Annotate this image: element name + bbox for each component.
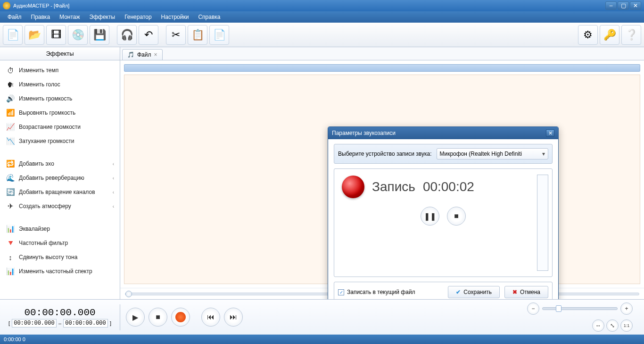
effect-item[interactable]: 🔻Частотный фильтр (4, 236, 116, 250)
settings-button[interactable]: ⚙ (578, 25, 598, 45)
minimize-button[interactable]: – (605, 1, 617, 10)
tab-close-icon[interactable]: × (154, 51, 157, 58)
zoom-slider[interactable] (542, 307, 618, 310)
menu-settings[interactable]: Настройки (157, 12, 194, 22)
status-text: 0:00:00 0 (4, 336, 25, 342)
toolbar: 📄 📂 🎞 💿 💾 🎧 ↶ ✂ 📋 📄 ⚙ 🔑 ❔ (0, 23, 644, 47)
effect-label: Изменить громкость (19, 95, 72, 102)
menu-help[interactable]: Справка (193, 12, 225, 22)
copy-button[interactable]: 📋 (188, 25, 207, 45)
device-label: Выберите устройство записи звука: (338, 151, 432, 157)
effect-item[interactable]: 📊Изменить частотный спектр (4, 264, 116, 278)
effect-item[interactable]: 🔄Добавить вращение каналов‹ (4, 185, 116, 199)
dialog-title: Параметры звукозаписи (332, 130, 396, 136)
tab-file[interactable]: 🎵 Файл × (122, 49, 163, 60)
chevron-left-icon: ‹ (113, 161, 114, 167)
effect-item[interactable]: 🔁Добавить эхо‹ (4, 157, 116, 171)
fit-selection-button[interactable]: ⤡ (606, 319, 619, 332)
maximize-button[interactable]: ▢ (618, 1, 629, 10)
tab-label: Файл (137, 51, 151, 58)
zoom-1to1-button[interactable]: 1:1 (620, 319, 633, 332)
dialog-titlebar[interactable]: Параметры звукозаписи ✕ (328, 127, 558, 139)
menu-generator[interactable]: Генератор (120, 12, 156, 22)
license-button[interactable]: 🔑 (600, 25, 619, 45)
timeline-header[interactable] (124, 64, 640, 72)
effect-item[interactable]: 📊Эквалайзер (4, 222, 116, 236)
statusbar: 0:00:00 0 (0, 335, 644, 344)
content-area: 🎵 Файл × Параметры звукозаписи ✕ Выберит… (120, 47, 644, 299)
dialog-stop-button[interactable]: ■ (447, 207, 466, 226)
effect-item[interactable]: 🗣Изменить голос (4, 77, 116, 92)
effect-label: Выровнять громкость (19, 109, 75, 116)
effect-label: Возрастание громкости (19, 124, 81, 130)
transport: ▶ ■ ⏮ ⏭ − + ↔ ⤡ 1:1 (120, 300, 644, 335)
skip-end-button[interactable]: ⏭ (224, 308, 243, 327)
dialog-close-icon[interactable]: ✕ (546, 129, 554, 137)
close-button[interactable]: ✕ (630, 1, 641, 10)
effect-label: Изменить темп (19, 67, 58, 74)
menu-montage[interactable]: Монтаж (55, 12, 85, 22)
bottom-panel: 00:00:00.000 [ 00:00:00.000 – 00:00:00.0… (0, 299, 644, 335)
dialog-pause-button[interactable]: ❚❚ (421, 207, 439, 226)
new-button[interactable]: 📄 (3, 25, 23, 45)
effect-icon: 📈 (6, 122, 15, 132)
effect-icon: ↕ (6, 252, 15, 262)
effect-label: Добавить реверберацию (19, 175, 84, 181)
help-button[interactable]: ❔ (621, 25, 641, 45)
paste-button[interactable]: 📄 (209, 25, 229, 45)
effect-icon: ⏱ (6, 66, 15, 75)
fit-width-button[interactable]: ↔ (592, 319, 604, 332)
effect-icon: 🔄 (6, 187, 15, 197)
video-button[interactable]: 🎞 (46, 25, 66, 45)
open-button[interactable]: 📂 (25, 25, 44, 45)
effects-sidebar: Эффекты ⏱Изменить темп🗣Изменить голос🔊Из… (0, 47, 120, 299)
save-button[interactable]: 💾 (90, 25, 109, 45)
checkbox-label: Записать в текущий файл (347, 289, 415, 295)
time-section: 00:00:00.000 [ 00:00:00.000 – 00:00:00.0… (0, 304, 120, 330)
record-button[interactable] (171, 308, 190, 327)
dialog-cancel-button[interactable]: ✖ Отмена (504, 286, 548, 298)
undo-button[interactable]: ↶ (139, 25, 158, 45)
effect-icon: 🔁 (6, 159, 15, 168)
effect-item[interactable]: 🌊Добавить реверберацию‹ (4, 171, 116, 185)
dialog-save-button[interactable]: ✔ Сохранить (448, 286, 500, 298)
position-handle[interactable] (125, 291, 132, 297)
menubar: Файл Правка Монтаж Эффекты Генератор Нас… (0, 11, 644, 23)
effect-label: Добавить вращение каналов (19, 189, 95, 195)
menu-file[interactable]: Файл (3, 12, 26, 22)
menu-effects[interactable]: Эффекты (85, 12, 120, 22)
effect-icon: 📉 (6, 136, 15, 146)
record-indicator-icon (342, 176, 364, 198)
save-to-current-checkbox[interactable]: ✓ Записать в текущий файл (338, 289, 415, 295)
listen-button[interactable]: 🎧 (117, 25, 137, 45)
effect-item[interactable]: ✈Создать атмосферу‹ (4, 199, 116, 213)
effect-label: Сдвинуть высоту тона (19, 254, 77, 260)
menu-edit[interactable]: Правка (26, 12, 55, 22)
check-icon: ✔ (456, 289, 461, 295)
chevron-left-icon: ‹ (113, 176, 114, 181)
cd-button[interactable]: 💿 (68, 25, 88, 45)
effect-icon: 🌊 (6, 173, 15, 183)
zoom-handle[interactable] (556, 305, 561, 312)
time-display: 00:00:00.000 (4, 307, 116, 318)
skip-start-button[interactable]: ⏮ (201, 308, 220, 327)
effect-item[interactable]: 📉Затухание громкости (4, 134, 116, 148)
effect-item[interactable]: ↕Сдвинуть высоту тона (4, 250, 116, 264)
zoom-out-button[interactable]: − (527, 302, 539, 315)
device-select[interactable]: Микрофон (Realtek High Definiti (437, 148, 549, 159)
cut-button[interactable]: ✂ (166, 25, 186, 45)
effect-item[interactable]: 📈Возрастание громкости (4, 120, 116, 134)
stop-button[interactable]: ■ (149, 308, 167, 327)
record-panel: Запись 00:00:02 ❚❚ ■ (334, 168, 553, 277)
effect-item[interactable]: 🔊Изменить громкость (4, 92, 116, 106)
zoom-in-button[interactable]: + (620, 302, 633, 315)
window-title: АудиоМАСТЕР - [Файл] (13, 3, 69, 8)
time-from-input[interactable]: 00:00:00.000 (12, 319, 57, 327)
effect-icon: 📊 (6, 267, 15, 276)
effect-item[interactable]: 📶Выровнять громкость (4, 106, 116, 120)
play-button[interactable]: ▶ (126, 308, 145, 327)
time-to-input[interactable]: 00:00:00.000 (63, 319, 108, 327)
record-dialog: Параметры звукозаписи ✕ Выберите устройс… (328, 126, 559, 299)
device-row: Выберите устройство записи звука: Микроф… (334, 144, 553, 164)
effect-item[interactable]: ⏱Изменить темп (4, 63, 116, 77)
